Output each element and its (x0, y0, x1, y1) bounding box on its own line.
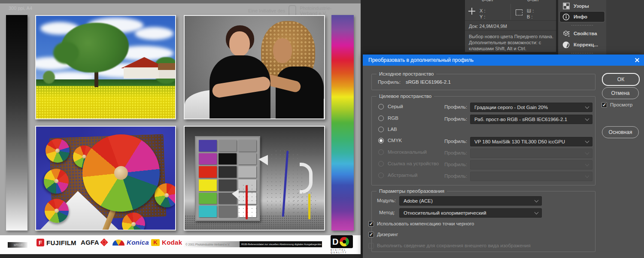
preview-checkbox[interactable] (601, 102, 607, 108)
photo-tree-landscape (35, 15, 176, 119)
basic-button[interactable]: Основная (602, 126, 639, 138)
fujifilm-logo: F FUJIFILM (36, 239, 76, 246)
info-icon (562, 13, 570, 21)
source-profile-value: sRGB IEC61966-2.1 (406, 79, 451, 85)
convert-profile-dialog: Преобразовать в дополнительный профиль И… (363, 55, 644, 258)
radio-abstract (378, 173, 384, 178)
konica-rainbow-icon (112, 240, 125, 246)
small-pitcher (237, 183, 259, 220)
radio-multichannel (378, 149, 384, 155)
panel-grip-handle[interactable] (571, 52, 593, 54)
grayscale-gradient-bar (6, 15, 27, 231)
radio-device-link-label: Ссылка на устройство (388, 161, 439, 166)
tab-info[interactable]: Инфо (560, 12, 605, 22)
dq-color-circle-icon (340, 237, 349, 246)
kodak-logo: K Kodak (151, 239, 182, 246)
photoshop-window: 300 ppi, A4 Eine Initiative des Photoind… (0, 0, 644, 258)
selection-rect-icon (516, 9, 522, 15)
bit-depth-row: 8-бит 8-бит (465, 0, 556, 4)
dither-label: Дизеринг (377, 232, 398, 237)
test-chart-swatch (199, 166, 217, 178)
digital-quality-text: DIGITAL QUALITY (331, 249, 353, 254)
initiative-text: Eine Initiative des (248, 8, 285, 13)
konica-logo: Konica (112, 239, 149, 246)
panel-grip-handle[interactable] (571, 24, 593, 26)
radio-rgb[interactable] (378, 115, 384, 121)
chevron-down-icon (585, 151, 589, 155)
dialog-title-bar[interactable]: Преобразовать в дополнительный профиль (363, 55, 644, 66)
radio-gray[interactable] (378, 104, 384, 109)
document-canvas[interactable]: 300 ppi, A4 Eine Initiative des Photoind… (0, 0, 361, 258)
chevron-down-icon (585, 105, 589, 109)
cursor-coordinates: X : Y : (468, 8, 485, 20)
rainbow-gradient-bar (331, 15, 354, 231)
chevron-down-icon (535, 198, 539, 203)
rgb-profile-dropdown[interactable]: Раб. прост-во RGB - sRGB IEC61966-2.1 (470, 115, 592, 124)
digital-quality-logo: D (331, 235, 353, 248)
preview-label: Просмотр (610, 102, 633, 107)
tab-properties[interactable]: Свойства (560, 28, 605, 39)
document-size-label: Док: 24,9M/24,9M (469, 24, 507, 29)
test-chart-swatch (199, 153, 217, 165)
device-link-profile-dropdown (470, 160, 592, 170)
info-panel: 8-бит 8-бит X : Y : Ш : В : Док: 24,9M/2… (465, 0, 556, 52)
tab-adjustments[interactable]: Коррекц... (560, 39, 605, 50)
gray-profile-dropdown[interactable]: Градации серого - Dot Gain 20% (470, 103, 592, 112)
close-icon[interactable] (634, 57, 641, 64)
sugar-bowl (292, 191, 317, 220)
conversion-params-legend: Параметры преобразования (377, 188, 447, 194)
cmyk-profile-dropdown[interactable]: VP 180 MaxiSilk 130 TIL300 D50 iccGPU (470, 137, 592, 146)
test-chart-swatch (238, 153, 256, 165)
chevron-down-icon (585, 174, 589, 178)
chevron-down-icon (585, 117, 589, 121)
tool-hint: Выбор нового цвета Переднего плана. Допо… (469, 33, 553, 52)
photo-two-women-portrait (184, 15, 325, 119)
black-point-label: Использовать компенсацию точки черного (377, 221, 474, 226)
radio-cmyk[interactable] (378, 138, 384, 143)
verband-text: Photoindustrie- Verband e.V. (300, 6, 331, 16)
flatten-checkbox (368, 243, 374, 249)
right-edge-panel (606, 0, 644, 55)
crosshair-icon (468, 8, 475, 15)
intent-label: Метод: (379, 210, 395, 215)
photo-pinwheels (35, 126, 176, 231)
properties-icon (562, 30, 570, 37)
abstract-profile-dropdown (470, 172, 592, 181)
flatten-label: Выполнить сведение для сохранения внешне… (377, 243, 531, 248)
cancel-button[interactable]: Отмена (602, 87, 639, 99)
ppi-label: 300 ppi, A4 (9, 6, 32, 11)
ok-button[interactable]: ОК (602, 73, 640, 86)
copyright-bar: © 2001 Photoindustrie-Verband e.V. (184, 241, 240, 247)
dither-checkbox[interactable] (368, 232, 374, 237)
patterns-icon (562, 3, 570, 10)
cmyk-profile-label: Профиль: (444, 139, 467, 144)
rgb-profile-label: Профиль: (444, 116, 467, 121)
canvas-bottom-strip (0, 254, 361, 258)
logo-strip: sRGB F FUJIFILM AGFA Konica K Kodak © 20… (0, 235, 361, 254)
canvas-top-strip (0, 0, 361, 3)
intent-dropdown[interactable]: Относительный колориметрический (399, 208, 542, 218)
radio-abstract-label: Абстрактный (388, 173, 417, 178)
black-point-checkbox[interactable] (368, 221, 374, 227)
multichannel-profile-dropdown (470, 149, 592, 158)
test-chart-swatch (219, 153, 237, 165)
engine-dropdown[interactable]: Adobe (ACE) (399, 196, 542, 206)
dialog-title: Преобразовать в дополнительный профиль (368, 57, 474, 63)
test-chart-swatch (219, 140, 237, 152)
radio-cmyk-label: CMYK (388, 138, 402, 143)
adjustments-icon (562, 41, 570, 49)
agfa-diamond-icon (100, 238, 108, 246)
radio-multichannel-label: Многоканальный (388, 149, 427, 155)
radio-lab[interactable] (378, 127, 384, 132)
photo-pitchers-test-chart (184, 126, 325, 231)
tab-patterns[interactable]: Узоры (560, 1, 605, 11)
agfa-logo: AGFA (81, 239, 107, 246)
multichannel-profile-label: Профиль: (444, 150, 467, 155)
test-chart-swatch (199, 140, 217, 152)
engine-label: Модуль: (377, 198, 396, 203)
device-link-profile-label: Профиль: (444, 162, 467, 167)
test-chart-swatch (199, 206, 217, 217)
test-chart-swatch (219, 206, 237, 217)
test-chart-swatch (199, 193, 217, 204)
test-chart-swatch (199, 179, 217, 191)
